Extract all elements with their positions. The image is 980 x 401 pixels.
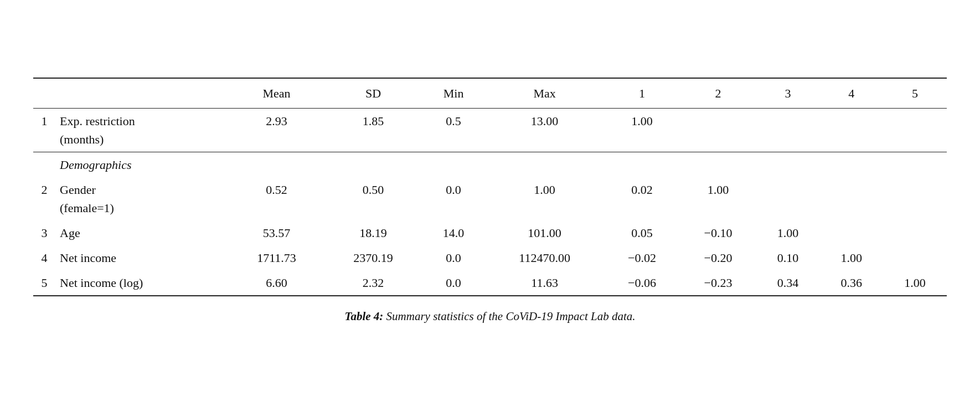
row-5-c4: 0.36 [819, 270, 883, 296]
demographics-section: Demographics [33, 152, 947, 178]
row-num-1: 1 [33, 109, 55, 152]
row-1-sd: 1.85 [324, 109, 421, 152]
row-1-c3 [756, 109, 820, 152]
page-container: Mean SD Min Max 1 2 3 4 5 1 Exp. restric… [33, 78, 947, 323]
statistics-table: Mean SD Min Max 1 2 3 4 5 1 Exp. restric… [33, 78, 947, 296]
table-row: 1 Exp. restriction(months) 2.93 1.85 0.5… [33, 109, 947, 152]
row-1-c1: 1.00 [604, 109, 680, 152]
table-row-net-income: 4 Net income 1711.73 2370.19 0.0 112470.… [33, 245, 947, 270]
col-header-mean: Mean [229, 78, 325, 109]
row-4-sd: 2370.19 [324, 245, 421, 270]
category-demographics: Demographics [60, 158, 132, 172]
row-2-c4 [819, 177, 883, 220]
col-header-c3: 3 [756, 78, 820, 109]
row-3-c1: 0.05 [604, 220, 680, 245]
col-header-c5: 5 [883, 78, 947, 109]
row-5-sd: 2.32 [324, 270, 421, 296]
row-4-c4: 1.00 [819, 245, 883, 270]
row-num-5: 5 [33, 270, 55, 296]
row-4-mean: 1711.73 [229, 245, 325, 270]
table-caption: Table 4: Summary statistics of the CoViD… [33, 310, 947, 323]
col-header-min: Min [422, 78, 486, 109]
row-4-c3: 0.10 [756, 245, 820, 270]
row-num-4: 4 [33, 245, 55, 270]
col-header-c4: 4 [819, 78, 883, 109]
row-num-3: 3 [33, 220, 55, 245]
row-5-c2: −0.23 [680, 270, 756, 296]
row-3-max: 101.00 [485, 220, 604, 245]
row-5-max: 11.63 [485, 270, 604, 296]
row-label-net-income: Net income [55, 245, 229, 270]
row-4-c5 [883, 245, 947, 270]
row-4-max: 112470.00 [485, 245, 604, 270]
col-header-num [33, 78, 55, 109]
row-5-c1: −0.06 [604, 270, 680, 296]
col-header-sd: SD [324, 78, 421, 109]
row-4-c1: −0.02 [604, 245, 680, 270]
row-5-c5: 1.00 [883, 270, 947, 296]
table-row-gender: 2 Gender(female=1) 0.52 0.50 0.0 1.00 0.… [33, 177, 947, 220]
row-4-min: 0.0 [422, 245, 486, 270]
row-label-demographics: Demographics [55, 152, 947, 178]
col-header-c2: 2 [680, 78, 756, 109]
row-3-sd: 18.19 [324, 220, 421, 245]
row-1-c2 [680, 109, 756, 152]
caption-label: Table 4: [345, 310, 384, 323]
row-label-age: Age [55, 220, 229, 245]
col-header-label [55, 78, 229, 109]
row-1-c5 [883, 109, 947, 152]
table-wrapper: Mean SD Min Max 1 2 3 4 5 1 Exp. restric… [33, 78, 947, 323]
row-2-c5 [883, 177, 947, 220]
row-label-1: Exp. restriction(months) [55, 109, 229, 152]
row-3-c2: −0.10 [680, 220, 756, 245]
row-2-mean: 0.52 [229, 177, 325, 220]
row-1-c4 [819, 109, 883, 152]
row-5-mean: 6.60 [229, 270, 325, 296]
table-row-age: 3 Age 53.57 18.19 14.0 101.00 0.05 −0.10… [33, 220, 947, 245]
row-2-min: 0.0 [422, 177, 486, 220]
row-3-mean: 53.57 [229, 220, 325, 245]
row-1-min: 0.5 [422, 109, 486, 152]
row-2-c1: 0.02 [604, 177, 680, 220]
row-2-c2: 1.00 [680, 177, 756, 220]
row-2-c3 [756, 177, 820, 220]
row-num-gender: 2 [33, 177, 55, 220]
row-1-mean: 2.93 [229, 109, 325, 152]
row-5-c3: 0.34 [756, 270, 820, 296]
row-3-min: 14.0 [422, 220, 486, 245]
row-4-c2: −0.20 [680, 245, 756, 270]
row-1-max: 13.00 [485, 109, 604, 152]
row-label-net-income-log: Net income (log) [55, 270, 229, 296]
row-2-sd: 0.50 [324, 177, 421, 220]
caption-text: Summary statistics of the CoViD-19 Impac… [386, 310, 636, 323]
col-header-max: Max [485, 78, 604, 109]
row-num-2 [33, 152, 55, 178]
row-3-c5 [883, 220, 947, 245]
table-row-net-income-log: 5 Net income (log) 6.60 2.32 0.0 11.63 −… [33, 270, 947, 296]
col-header-c1: 1 [604, 78, 680, 109]
row-5-min: 0.0 [422, 270, 486, 296]
row-2-max: 1.00 [485, 177, 604, 220]
row-3-c4 [819, 220, 883, 245]
row-label-gender: Gender(female=1) [55, 177, 229, 220]
row-3-c3: 1.00 [756, 220, 820, 245]
